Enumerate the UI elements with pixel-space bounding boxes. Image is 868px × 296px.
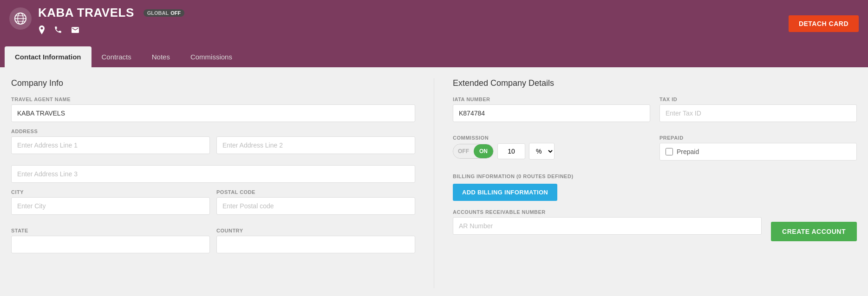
add-billing-button[interactable]: ADD BILLING INFORMATION (453, 184, 557, 201)
address-label: ADDRESS (11, 129, 415, 134)
toggle-off-label: OFF (453, 144, 474, 158)
tab-contact-information[interactable]: Contact Information (5, 46, 91, 67)
extended-company-title: Extended Company Details (453, 78, 857, 88)
billing-section: BILLING INFORMATION (0 ROUTES DEFINED) A… (453, 174, 857, 201)
address-line3-input[interactable] (11, 165, 415, 183)
commission-prepaid-row: COMMISSION OFF ON % $ PREPAID (453, 135, 857, 167)
global-badge[interactable]: GLOBAL OFF (144, 9, 184, 17)
iata-number-field: IATA NUMBER (453, 97, 650, 122)
ar-number-field: ACCOUNTS RECEIVABLE NUMBER (453, 209, 762, 235)
company-name: KABA TRAVELS (38, 6, 134, 20)
tab-commissions[interactable]: Commissions (180, 46, 242, 67)
tabs-bar: Contact Information Contracts Notes Comm… (0, 46, 868, 67)
travel-agent-name-field: TRAVEL AGENT NAME (11, 97, 415, 122)
global-label: GLOBAL (147, 10, 169, 16)
city-input[interactable] (11, 197, 210, 215)
tax-id-input[interactable] (659, 104, 857, 122)
prepaid-checkbox[interactable] (666, 148, 673, 155)
company-info-title: Company Info (11, 78, 415, 88)
ar-section: ACCOUNTS RECEIVABLE NUMBER CREATE ACCOUN… (453, 209, 857, 241)
header-left: KABA TRAVELS GLOBAL OFF (9, 6, 184, 37)
state-label: STATE (11, 228, 210, 233)
email-icon[interactable] (71, 26, 80, 37)
city-label: CITY (11, 189, 210, 195)
commission-unit-select[interactable]: % $ (529, 143, 555, 160)
country-label: COUNTRY (216, 228, 415, 233)
phone-icon[interactable] (54, 26, 62, 37)
address-line1-input[interactable] (11, 136, 210, 154)
detach-card-button[interactable]: DETACH CARD (789, 15, 859, 32)
state-field: STATE (11, 228, 210, 253)
state-input[interactable] (11, 236, 210, 253)
iata-number-input[interactable] (453, 104, 650, 122)
billing-info-label: BILLING INFORMATION (0 ROUTES DEFINED) (453, 174, 857, 179)
content-area: Company Info TRAVEL AGENT NAME ADDRESS C… (0, 67, 868, 296)
vertical-divider (434, 78, 434, 288)
travel-agent-name-label: TRAVEL AGENT NAME (11, 97, 415, 102)
prepaid-field: PREPAID Prepaid (659, 135, 857, 161)
ar-number-label: ACCOUNTS RECEIVABLE NUMBER (453, 209, 762, 215)
postal-code-input[interactable] (216, 197, 415, 215)
toggle-on-label: ON (474, 144, 493, 158)
country-input[interactable] (216, 236, 415, 253)
address-line2-group (216, 136, 415, 154)
tax-id-label: TAX ID (659, 97, 857, 102)
commission-inner: OFF ON % $ (453, 143, 650, 160)
tab-contracts[interactable]: Contracts (91, 46, 142, 67)
header-title-block: KABA TRAVELS GLOBAL OFF (38, 6, 184, 37)
city-field: CITY (11, 189, 210, 215)
commission-label: COMMISSION (453, 135, 650, 141)
iata-number-label: IATA NUMBER (453, 97, 650, 102)
travel-agent-name-input[interactable] (11, 104, 415, 122)
address-field-group: ADDRESS (11, 129, 415, 183)
prepaid-text: Prepaid (677, 148, 699, 155)
commission-toggle[interactable]: OFF ON (453, 144, 494, 159)
header: KABA TRAVELS GLOBAL OFF DETACH CARD (0, 0, 868, 46)
header-icons (38, 26, 184, 37)
commission-field: COMMISSION OFF ON % $ (453, 135, 650, 161)
right-panel: Extended Company Details IATA NUMBER TAX… (453, 78, 857, 288)
address-line1-group (11, 136, 210, 154)
country-field: COUNTRY (216, 228, 415, 253)
prepaid-label: PREPAID (659, 135, 857, 141)
commission-value-input[interactable] (497, 143, 525, 159)
global-state: OFF (170, 10, 181, 16)
tab-notes[interactable]: Notes (142, 46, 180, 67)
iata-tax-row: IATA NUMBER TAX ID (453, 97, 857, 129)
address-line2-input[interactable] (216, 136, 415, 154)
create-account-button[interactable]: CREATE ACCOUNT (771, 222, 857, 241)
left-panel: Company Info TRAVEL AGENT NAME ADDRESS C… (11, 78, 415, 288)
ar-number-input[interactable] (453, 217, 762, 235)
postal-code-label: POSTAL CODE (216, 189, 415, 195)
tax-id-field: TAX ID (659, 97, 857, 122)
location-icon[interactable] (38, 26, 46, 37)
globe-icon (9, 7, 32, 30)
postal-code-field: POSTAL CODE (216, 189, 415, 215)
